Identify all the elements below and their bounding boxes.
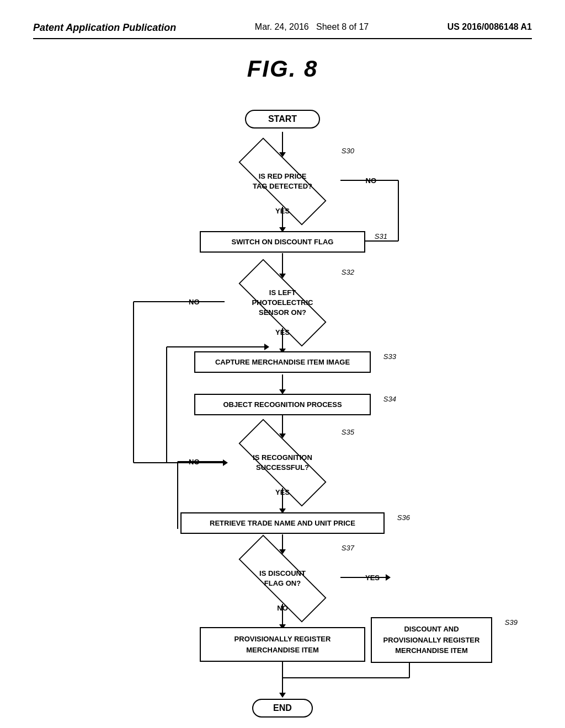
s35-node: IS RECOGNITIONSUCCESSFUL? S35 NO YES [205, 438, 360, 488]
s38-node: PROVISIONALLY REGISTERMERCHANDISE ITEM S… [200, 627, 365, 662]
s32-text: IS LEFTPHOTOELECTRICSENSOR ON? [252, 288, 313, 318]
s37-no: NO [277, 604, 288, 612]
s33-node: CAPTURE MERCHANDISE ITEM IMAGE S33 [194, 351, 371, 373]
s39-text: DISCOUNT ANDPROVISIONALLY REGISTERMERCHA… [371, 617, 492, 663]
header-sheet: Sheet 8 of 17 [316, 22, 369, 31]
s32-node: IS LEFTPHOTOELECTRICSENSOR ON? S32 NO YE… [205, 278, 360, 328]
end-node: END [236, 699, 329, 718]
s31-text: SWITCH ON DISCOUNT FLAG [200, 231, 365, 253]
header-date: Mar. 24, 2016 [255, 22, 309, 31]
patent-number: US 2016/0086148 A1 [447, 22, 532, 32]
s33-label: S33 [383, 352, 396, 361]
s35-yes: YES [275, 488, 290, 496]
s37-yes: YES [365, 574, 380, 582]
start-node: START [216, 110, 349, 129]
svg-marker-36 [264, 344, 269, 350]
s35-no: NO [189, 458, 200, 466]
s37-node: IS DISCOUNTFLAG ON? S37 YES NO [205, 554, 360, 603]
s36-text: RETRIEVE TRADE NAME AND UNIT PRICE [180, 512, 385, 534]
s37-label: S37 [342, 544, 354, 552]
s30-node: IS RED PRICETAG DETECTED? S30 NO YES [205, 157, 360, 206]
s34-text: OBJECT RECOGNITION PROCESS [194, 394, 371, 415]
s38-text: PROVISIONALLY REGISTERMERCHANDISE ITEM [200, 627, 365, 662]
figure-title: FIG. 8 [33, 56, 532, 82]
s36-label: S36 [397, 513, 410, 522]
header-date-sheet: Mar. 24, 2016 Sheet 8 of 17 [255, 22, 369, 32]
start-label: START [245, 110, 320, 129]
s32-no: NO [189, 298, 200, 306]
flowchart: START IS RED PRICETAG DETECTED? S30 NO Y… [45, 99, 520, 678]
s39-node: DISCOUNT ANDPROVISIONALLY REGISTERMERCHA… [371, 617, 492, 663]
s31-node: SWITCH ON DISCOUNT FLAG S31 [200, 231, 365, 253]
s32-yes: YES [275, 328, 290, 336]
s34-label: S34 [383, 395, 396, 403]
page-header: Patent Application Publication Mar. 24, … [33, 22, 532, 39]
s30-text: IS RED PRICETAG DETECTED? [253, 172, 312, 191]
s30-yes: YES [275, 207, 290, 215]
s34-node: OBJECT RECOGNITION PROCESS S34 [194, 394, 371, 415]
s30-no: NO [366, 176, 377, 185]
s35-text: IS RECOGNITIONSUCCESSFUL? [253, 453, 312, 473]
s39-label: S39 [505, 618, 518, 627]
s31-label: S31 [375, 232, 387, 240]
svg-marker-22 [279, 693, 286, 698]
s30-label: S30 [342, 147, 354, 155]
s33-text: CAPTURE MERCHANDISE ITEM IMAGE [194, 351, 371, 373]
publication-label: Patent Application Publication [33, 22, 176, 34]
s35-label: S35 [342, 428, 354, 436]
page: Patent Application Publication Mar. 24, … [0, 0, 565, 728]
s37-text: IS DISCOUNTFLAG ON? [259, 569, 306, 588]
svg-marker-38 [386, 574, 391, 581]
s32-label: S32 [342, 268, 354, 276]
s36-node: RETRIEVE TRADE NAME AND UNIT PRICE S36 [180, 512, 385, 534]
end-label: END [252, 699, 313, 718]
